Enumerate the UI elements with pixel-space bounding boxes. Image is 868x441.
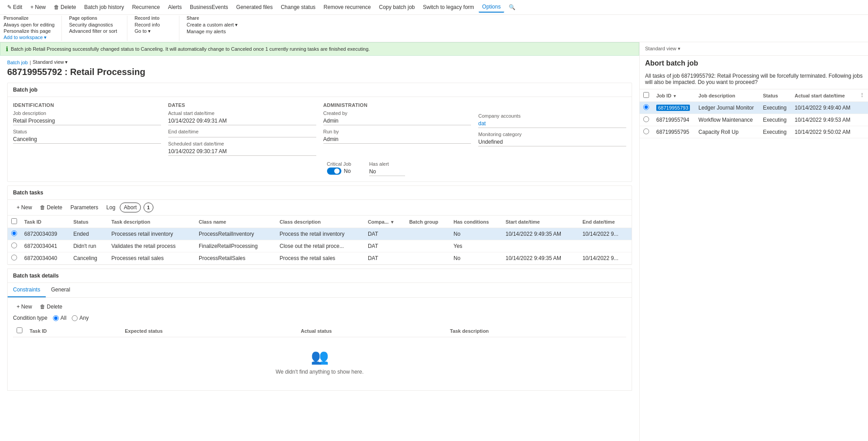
batch-history-button[interactable]: Batch job history — [81, 2, 128, 12]
page-title: 68719955792 : Retail Processing — [7, 67, 632, 77]
tab-general[interactable]: General — [46, 283, 76, 297]
edit-icon: ✎ — [7, 4, 12, 10]
tasks-parameters-button[interactable]: Parameters — [67, 203, 102, 212]
job-desc-label: Job description — [13, 110, 161, 116]
task-desc-cell: Validates the retail process — [108, 240, 195, 252]
critical-job-toggle[interactable] — [327, 168, 341, 175]
col-end-dt: End date/time — [579, 216, 632, 228]
new-button[interactable]: + New — [27, 2, 49, 12]
info-icon: ℹ — [6, 45, 8, 53]
tasks-delete-icon: 🗑 — [40, 204, 45, 211]
right-table-row[interactable]: 68719955793 Ledger Journal Monitor Execu… — [640, 102, 868, 114]
edit-button[interactable]: ✎ Edit — [4, 2, 26, 12]
business-events-button[interactable]: BusinessEvents — [186, 2, 231, 12]
task-id-cell: 68720034040 — [21, 252, 70, 265]
breadcrumb-batch-job[interactable]: Batch job — [7, 60, 28, 65]
company-accounts-value[interactable]: dat — [478, 119, 626, 128]
always-open-link[interactable]: Always open for editing — [4, 22, 56, 28]
go-to-link[interactable]: Go to ▾ — [135, 28, 174, 35]
switch-legacy-button[interactable]: Switch to legacy form — [419, 2, 478, 12]
right-job-desc-cell: Ledger Journal Monitor — [695, 102, 759, 114]
row-radio[interactable] — [11, 230, 17, 236]
filter-icon[interactable]: ▼ — [390, 220, 394, 225]
create-alert-link[interactable]: Create a custom alert ▾ — [187, 22, 244, 28]
right-overflow-cell — [856, 126, 868, 138]
critical-job-label: Critical Job — [327, 161, 351, 167]
right-panel: Standard view ▾ Abort batch job All task… — [639, 42, 868, 441]
col-task-id: Task ID — [21, 216, 70, 228]
tasks-toolbar: + New 🗑 Delete Parameters Log Abort 1 — [8, 200, 632, 216]
alerts-button[interactable]: Alerts — [164, 2, 185, 12]
condition-type-row: Condition type All Any — [13, 315, 626, 321]
delete-button[interactable]: 🗑 Delete — [50, 2, 80, 12]
task-status-cell: Canceling — [70, 252, 108, 265]
right-job-id-cell: 68719955795 — [653, 126, 695, 138]
all-radio[interactable] — [53, 315, 59, 321]
standard-view-label[interactable]: Standard view ▾ — [645, 46, 680, 52]
col-batch-group: Batch group — [406, 216, 450, 228]
any-radio[interactable] — [72, 315, 78, 321]
table-row[interactable]: 68720034039 Ended Processes retail inven… — [8, 228, 632, 240]
run-by-value: Admin — [323, 135, 471, 144]
right-start-cell: 10/14/2022 9:49:53 AM — [791, 114, 856, 126]
details-new-button[interactable]: + New — [13, 302, 35, 311]
batch-tasks-header: Batch tasks — [8, 186, 632, 200]
breadcrumb: Batch job | Standard view ▾ — [7, 59, 632, 65]
options-button[interactable]: Options — [479, 2, 504, 13]
right-col-overflow: ⋮ — [856, 89, 868, 102]
copy-batch-job-button[interactable]: Copy batch job — [375, 2, 419, 12]
admin-header: ADMINISTRATION — [323, 102, 471, 108]
start-dt-cell: 10/14/2022 9:49:35 AM — [502, 228, 579, 240]
right-row-radio[interactable] — [643, 116, 649, 122]
table-row[interactable]: 68720034040 Canceling Processes retail s… — [8, 252, 632, 265]
constraints-select-all[interactable] — [17, 327, 22, 333]
details-delete-button[interactable]: 🗑 Delete — [36, 302, 66, 311]
start-dt-cell — [502, 240, 579, 252]
personalize-page-link[interactable]: Personalize this page — [4, 28, 56, 34]
change-status-button[interactable]: Change status — [277, 2, 319, 12]
right-table-row[interactable]: 68719955794 Workflow Maintenance Executi… — [640, 114, 868, 126]
right-col-job-desc: Job description — [695, 89, 759, 102]
generated-files-button[interactable]: Generated files — [233, 2, 276, 12]
recurrence-button[interactable]: Recurrence — [128, 2, 163, 12]
identification-header: IDENTIFICATION — [13, 102, 161, 108]
right-table-row[interactable]: 68719955795 Capacity Roll Up Executing 1… — [640, 126, 868, 138]
right-status-cell: Executing — [759, 114, 791, 126]
table-row[interactable]: 68720034041 Didn't run Validates the ret… — [8, 240, 632, 252]
security-diagnostics-link[interactable]: Security diagnostics — [69, 22, 122, 28]
tasks-abort-button[interactable]: Abort — [120, 203, 141, 212]
row-radio[interactable] — [11, 255, 17, 260]
scheduled-start-value: 10/14/2022 09:30:17 AM — [168, 147, 316, 156]
task-desc-cell: Processes retail sales — [108, 252, 195, 265]
remove-recurrence-button[interactable]: Remove recurrence — [320, 2, 374, 12]
tasks-new-button[interactable]: + New — [13, 203, 35, 212]
right-row-radio[interactable] — [643, 128, 649, 134]
batch-group-cell — [406, 228, 450, 240]
batch-job-header: Batch job — [8, 83, 632, 97]
condition-type-label: Condition type — [13, 315, 48, 321]
personalize-header: Personalize — [4, 16, 56, 21]
tasks-log-button[interactable]: Log — [103, 203, 119, 212]
right-job-desc-cell: Capacity Roll Up — [695, 126, 759, 138]
select-all-checkbox[interactable] — [11, 218, 17, 224]
record-info-link[interactable]: Record info — [135, 22, 174, 28]
batch-task-details-section: Batch task details Constraints General +… — [7, 269, 632, 391]
end-datetime-value — [168, 135, 316, 137]
company-cell: DAT — [364, 240, 406, 252]
details-tabs: Constraints General — [8, 283, 632, 298]
search-button[interactable]: 🔍 — [505, 2, 519, 12]
add-workspace-link[interactable]: Add to workspace ▾ — [4, 34, 56, 41]
tasks-delete-button[interactable]: 🗑 Delete — [36, 203, 66, 212]
has-conditions-cell: No — [450, 228, 502, 240]
manage-alerts-link[interactable]: Manage my alerts — [187, 28, 244, 35]
right-filter-icon[interactable]: ▼ — [673, 94, 677, 98]
row-radio[interactable] — [11, 243, 17, 248]
tab-constraints[interactable]: Constraints — [8, 283, 46, 297]
abort-description: All tasks of job 68719955792: Retail Pro… — [640, 71, 868, 89]
right-select-all[interactable] — [643, 92, 649, 98]
advanced-filter-link[interactable]: Advanced filter or sort — [69, 28, 122, 34]
right-row-radio[interactable] — [643, 104, 649, 110]
standard-view-dropdown[interactable]: Standard view ▾ — [33, 59, 68, 65]
right-status-cell: Executing — [759, 126, 791, 138]
scheduled-start-label: Scheduled start date/time — [168, 141, 316, 146]
